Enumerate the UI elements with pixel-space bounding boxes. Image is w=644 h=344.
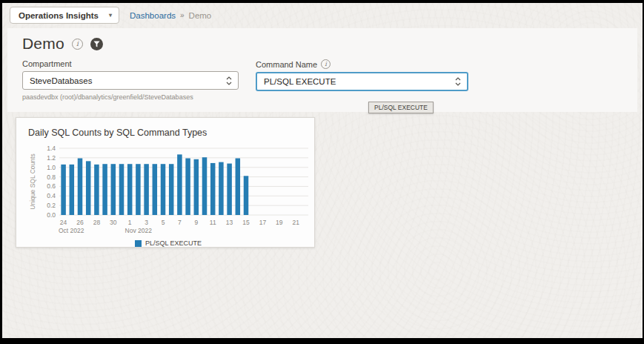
command-name-field: Command Name i PL/SQL EXECUTE PL/SQL EXE…: [256, 59, 468, 101]
svg-text:0.4: 0.4: [47, 192, 56, 199]
dashboard-header-panel: Demo i Compartment SteveDatabases paasde…: [7, 28, 637, 112]
chart-title: Daily SQL Counts by SQL Command Types: [28, 128, 308, 138]
svg-text:9: 9: [194, 219, 198, 226]
svg-text:1.2: 1.2: [47, 154, 56, 162]
select-stepper-icon: [455, 76, 461, 87]
command-name-select[interactable]: PL/SQL EXECUTE: [256, 72, 468, 91]
breadcrumb: Dashboards » Demo: [130, 11, 211, 20]
breadcrumb-separator-icon: »: [180, 11, 185, 19]
svg-text:13: 13: [226, 219, 233, 226]
page-info-icon[interactable]: i: [72, 39, 83, 50]
app-switcher-label: Operations Insights: [19, 11, 99, 20]
app-window: Operations Insights ▾ Dashboards » Demo …: [2, 3, 643, 338]
svg-text:1.4: 1.4: [47, 145, 56, 152]
svg-text:21: 21: [292, 219, 299, 226]
daily-sql-counts-chart: 0.00.20.40.60.81.01.21.42426283013579111…: [28, 142, 310, 236]
app-switcher-button[interactable]: Operations Insights ▾: [10, 7, 119, 24]
filter-controls: Compartment SteveDatabases paasdevdbx (r…: [22, 59, 623, 101]
svg-text:15: 15: [242, 219, 250, 226]
svg-text:0.0: 0.0: [47, 211, 56, 219]
compartment-field: Compartment SteveDatabases paasdevdbx (r…: [22, 59, 239, 101]
breadcrumb-current: Demo: [189, 11, 212, 20]
svg-text:0.6: 0.6: [47, 182, 56, 190]
legend-label: PL/SQL EXECUTE: [145, 239, 202, 247]
daily-sql-counts-card: Daily SQL Counts by SQL Command Types 0.…: [16, 117, 315, 248]
breadcrumb-dashboards-link[interactable]: Dashboards: [130, 11, 176, 20]
chevron-down-icon: ▾: [109, 12, 112, 19]
svg-text:0.8: 0.8: [47, 173, 56, 181]
svg-text:1: 1: [128, 219, 132, 226]
svg-text:28: 28: [93, 219, 101, 226]
title-row: Demo i: [22, 35, 623, 53]
command-name-label-text: Command Name: [256, 60, 317, 69]
svg-text:3: 3: [145, 219, 148, 226]
command-name-label: Command Name i: [256, 59, 468, 69]
svg-text:Unique SQL Counts: Unique SQL Counts: [29, 153, 36, 209]
select-stepper-icon: [226, 76, 232, 86]
compartment-select[interactable]: SteveDatabases: [22, 71, 239, 90]
top-navigation-bar: Operations Insights ▾ Dashboards » Demo: [2, 3, 643, 27]
svg-text:24: 24: [60, 219, 67, 226]
legend-swatch-icon: [135, 240, 142, 247]
svg-text:11: 11: [210, 219, 216, 226]
filter-icon[interactable]: [90, 38, 103, 50]
svg-text:19: 19: [276, 219, 283, 226]
page-title: Demo: [22, 35, 64, 53]
command-name-tooltip: PL/SQL EXECUTE: [368, 102, 434, 113]
command-name-value: PL/SQL EXECUTE: [264, 77, 336, 86]
legend-item[interactable]: PL/SQL EXECUTE: [28, 239, 308, 247]
svg-text:5: 5: [162, 219, 165, 226]
svg-text:1.0: 1.0: [47, 164, 56, 171]
svg-text:17: 17: [259, 219, 267, 226]
compartment-label: Compartment: [22, 59, 239, 68]
svg-text:26: 26: [76, 219, 84, 226]
svg-text:7: 7: [178, 219, 182, 226]
compartment-value: SteveDatabases: [30, 76, 92, 85]
svg-text:Oct 2022: Oct 2022: [59, 227, 84, 234]
command-name-info-icon[interactable]: i: [321, 59, 331, 69]
svg-text:30: 30: [110, 219, 117, 226]
svg-text:0.2: 0.2: [47, 202, 56, 209]
compartment-path: paasdevdbx (root)/dbanalytics/greenfield…: [22, 93, 239, 101]
svg-text:Nov 2022: Nov 2022: [125, 227, 153, 234]
